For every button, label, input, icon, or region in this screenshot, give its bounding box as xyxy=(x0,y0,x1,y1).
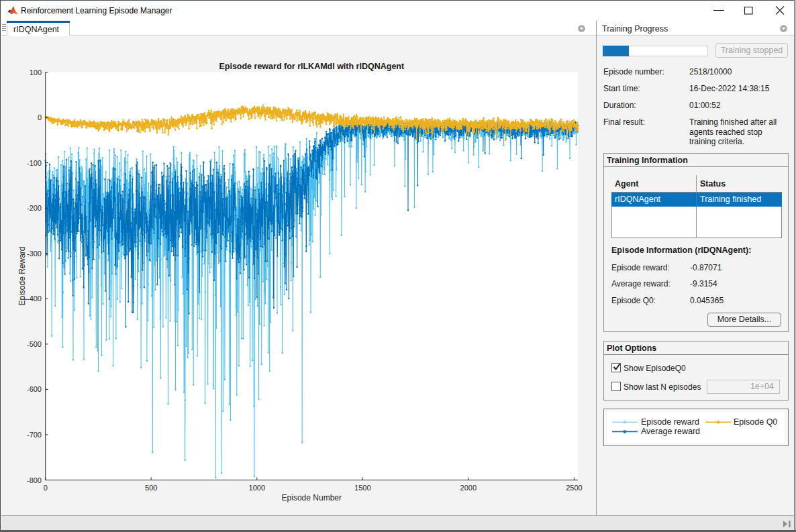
svg-text:-100: -100 xyxy=(27,159,42,167)
svg-text:0: 0 xyxy=(44,484,48,492)
svg-text:-600: -600 xyxy=(27,385,42,393)
svg-text:-300: -300 xyxy=(27,250,42,258)
svg-text:-200: -200 xyxy=(27,204,42,212)
svg-text:-700: -700 xyxy=(27,431,42,439)
svg-text:Episode Number: Episode Number xyxy=(282,493,342,502)
svg-text:0: 0 xyxy=(38,113,42,121)
svg-text:1000: 1000 xyxy=(249,484,265,492)
svg-text:Episode Reward: Episode Reward xyxy=(17,246,27,305)
svg-text:-500: -500 xyxy=(27,340,42,348)
svg-text:-400: -400 xyxy=(27,295,42,303)
svg-text:-800: -800 xyxy=(27,476,42,484)
svg-text:1500: 1500 xyxy=(354,484,370,492)
svg-text:100: 100 xyxy=(30,68,42,76)
svg-text:2500: 2500 xyxy=(566,484,582,492)
svg-text:Episode reward for rILKAMdl wi: Episode reward for rILKAMdl with rIDQNAg… xyxy=(219,62,405,71)
svg-text:500: 500 xyxy=(145,484,157,492)
svg-text:2000: 2000 xyxy=(460,484,477,492)
